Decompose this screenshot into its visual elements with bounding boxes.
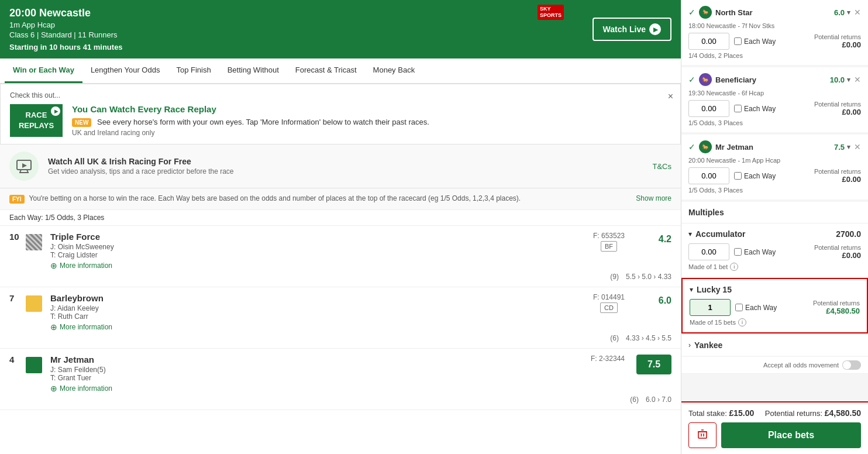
odds-barleybrown[interactable]: 6.0 <box>636 293 671 306</box>
lucky15-each-way-checkbox[interactable] <box>735 304 743 311</box>
jockey-barleybrown: J: Aidan Keeley <box>50 304 581 312</box>
monitor-icon <box>16 158 32 174</box>
stake-input-north-star[interactable] <box>688 33 729 50</box>
watch-live-label: Watch Live <box>603 25 646 34</box>
plus-icon-3: ⊕ <box>50 384 57 393</box>
each-way-label-north-star: Each Way <box>744 37 810 46</box>
show-more-link[interactable]: Show more <box>636 194 671 202</box>
fyi-section: FYI You're betting on a horse to win the… <box>0 188 681 210</box>
watch-live-button[interactable]: Watch Live <box>593 18 671 41</box>
returns-val-beneficiary: £0.00 <box>814 108 861 116</box>
svg-marker-4 <box>22 163 27 168</box>
each-way-checkbox-mr-jetman[interactable] <box>734 172 742 180</box>
promo-description: See every horse's form with your own eye… <box>97 118 429 126</box>
form-id-triple-force: F: 653523 <box>593 232 625 240</box>
returns-label-beneficiary: Potential returns <box>814 101 861 108</box>
bet-close-mr-jetman[interactable]: ✕ <box>854 142 861 152</box>
horse-icon-mr-jetman-bet: 🐎 <box>699 140 712 153</box>
place-bets-button[interactable]: Place bets <box>721 422 861 448</box>
bet-terms-mr-jetman: 1/5 Odds, 3 Places <box>688 187 861 194</box>
more-info-label: More information <box>60 262 112 270</box>
trainer-mr-jetman: T: Grant Tuer <box>50 374 579 382</box>
potential-returns-label: Potential returns: <box>765 409 822 418</box>
tab-win-each-way[interactable]: Win or Each Way <box>5 59 82 83</box>
promo-banner: Check this out... RACE REPLAYS You Can W… <box>0 84 681 145</box>
promo-title: You Can Watch Every Race Replay <box>72 104 429 114</box>
yankee-item: › Yankee <box>681 335 868 356</box>
stake-input-beneficiary[interactable] <box>688 100 729 117</box>
each-way-checkbox-beneficiary[interactable] <box>734 105 742 112</box>
tab-forecast-tricast[interactable]: Forecast & Tricast <box>287 59 365 83</box>
bet-returns-mr-jetman: Potential returns £0.00 <box>814 168 861 184</box>
accumulator-each-way-label: Each Way <box>744 248 810 256</box>
more-info-mr-jetman[interactable]: ⊕ More information <box>9 384 671 393</box>
accumulator-each-way-checkbox[interactable] <box>734 248 742 256</box>
tcs-link[interactable]: T&Cs <box>653 162 672 171</box>
accumulator-name: Accumulator <box>695 229 832 239</box>
bet-odds-val-beneficiary: 10.0 <box>830 75 845 84</box>
bet-returns-beneficiary: Potential returns £0.00 <box>814 101 861 116</box>
horse-row-triple-force: 10 Triple Force J: Oisin McSweeney T: Cr… <box>0 226 681 287</box>
accumulator-stake-input[interactable] <box>688 243 729 260</box>
bottom-bar: Total stake: £15.00 Potential returns: £… <box>681 401 868 454</box>
bet-terms-beneficiary: 1/5 Odds, 3 Places <box>688 119 861 126</box>
stall-triple-force: (9) <box>610 273 619 281</box>
lucky15-info-icon[interactable]: i <box>738 318 746 326</box>
more-info-label-3: More information <box>60 384 112 393</box>
form-barleybrown: F: 014491 CD <box>593 293 625 313</box>
odds-triple-force[interactable]: 4.2 <box>636 232 671 245</box>
more-info-barleybrown[interactable]: ⊕ More information <box>9 322 671 332</box>
potential-returns-section: Potential returns: £4,580.50 <box>765 408 861 418</box>
prev-odds-val-triple-force: 5.5 › 5.0 › 4.33 <box>626 273 671 281</box>
race-starting: Starting in 10 hours 41 minutes <box>9 43 671 51</box>
horse-icon-beneficiary: 🐎 <box>699 73 712 86</box>
bet-close-beneficiary[interactable]: ✕ <box>854 75 861 84</box>
tab-top-finish[interactable]: Top Finish <box>168 59 219 83</box>
each-way-label-beneficiary: Each Way <box>744 105 810 113</box>
yankee-chevron: › <box>688 341 691 349</box>
lucky15-stake-input[interactable] <box>690 299 731 316</box>
lucky15-returns-label: Potential returns <box>813 300 860 307</box>
fyi-text: You're betting on a horse to win the rac… <box>29 194 627 202</box>
bet-race-beneficiary: 19:30 Newcastle - 6f Hcap <box>688 90 861 97</box>
bet-terms-north-star: 1/4 Odds, 2 Places <box>688 52 861 59</box>
each-way-label-mr-jetman: Each Way <box>744 172 810 180</box>
acc-info-icon[interactable]: i <box>730 263 738 271</box>
lucky15-header[interactable]: ▾ Lucky 15 <box>690 285 860 294</box>
watch-title: Watch All UK & Irish Racing For Free <box>48 157 234 166</box>
accept-odds-row: Accept all odds movement <box>681 357 868 374</box>
sky-sports-logo: SKYSPORTS <box>538 5 564 20</box>
bet-item-mr-jetman: ✓ 🐎 Mr Jetman 7.5 ▾ ✕ 20:00 Newcastle - … <box>681 135 868 200</box>
stall-barleybrown: (6) <box>610 334 619 342</box>
watch-text: Watch All UK & Irish Racing For Free Get… <box>48 157 234 176</box>
delete-button[interactable] <box>688 422 717 448</box>
horse-number-4: 4 <box>9 355 23 364</box>
promo-text: You Can Watch Every Race Replay NEW See … <box>72 104 429 137</box>
more-info-triple-force[interactable]: ⊕ More information <box>9 261 671 270</box>
horse-info-triple-force: Triple Force J: Oisin McSweeney T: Craig… <box>50 232 581 259</box>
race-time: 20:00 <box>9 7 36 19</box>
odds-button-mr-jetman[interactable]: 7.5 <box>636 355 671 374</box>
accept-odds-toggle[interactable] <box>842 360 861 370</box>
tab-lengthen-odds[interactable]: Lengthen Your Odds <box>82 59 168 83</box>
horse-row-mr-jetman: 4 Mr Jetman J: Sam Feilden(5) T: Grant T… <box>0 349 681 410</box>
check-north-star: ✓ <box>688 8 695 17</box>
acc-returns-label: Potential returns <box>814 244 861 251</box>
accumulator-header[interactable]: ▾ Accumulator 2700.0 <box>688 229 861 239</box>
tab-money-back[interactable]: Money Back <box>365 59 423 83</box>
lucky15-chevron: ▾ <box>690 286 693 294</box>
returns-label-north-star: Potential returns <box>814 33 861 40</box>
trainer-triple-force: T: Craig Lidster <box>50 251 581 259</box>
bet-close-north-star[interactable]: ✕ <box>854 8 861 17</box>
acc-made-of-text: Made of 1 bet <box>688 263 728 270</box>
race-class-info: Class 6 | Standard | 11 Runners <box>9 30 671 39</box>
bet-stake-row-beneficiary: Each Way Potential returns £0.00 <box>688 100 861 117</box>
bet-item-north-star: ✓ 🐎 North Star 6.0 ▾ ✕ 18:00 Newcastle -… <box>681 0 868 65</box>
stake-input-mr-jetman[interactable] <box>688 167 729 184</box>
promo-close-button[interactable]: × <box>668 91 673 102</box>
check-this: Check this out... <box>10 91 671 99</box>
potential-returns-value: £4,580.50 <box>825 408 861 418</box>
yankee-header[interactable]: › Yankee <box>688 340 861 350</box>
tab-betting-without[interactable]: Betting Without <box>219 59 287 83</box>
each-way-checkbox-north-star[interactable] <box>734 37 742 45</box>
